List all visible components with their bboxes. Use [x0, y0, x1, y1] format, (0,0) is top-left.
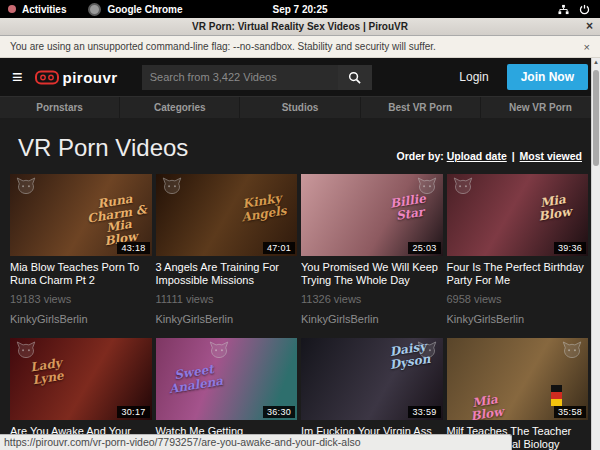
video-card[interactable]: Runa Charm & Mia Blow 43:18 Mia Blow Tea…	[10, 174, 152, 325]
infobar-close-button[interactable]: ×	[584, 41, 590, 53]
nav-item-studios[interactable]: Studios	[239, 97, 359, 118]
studio-watermark-cat-icon	[453, 177, 473, 194]
duration-badge: 33:59	[408, 406, 440, 418]
thumbnail-overlay-text: Mia Blow	[521, 191, 586, 226]
scrollbar-thumb[interactable]	[593, 70, 599, 166]
recording-indicator-icon	[8, 5, 16, 13]
video-studio-link[interactable]: KinkyGirlsBerlin	[156, 313, 298, 325]
duration-badge: 43:18	[117, 242, 149, 254]
thumbnail-overlay-text: Sweet Analena	[162, 361, 227, 396]
search-bar	[142, 65, 372, 90]
order-upload-date-link[interactable]: Upload date	[447, 150, 507, 162]
video-thumbnail[interactable]: Billie Star 25:03	[301, 174, 443, 256]
status-url-bubble: https://pirouvr.com/vr-porn-video/779325…	[0, 434, 512, 450]
video-views: 19183 views	[10, 293, 152, 305]
video-studio-link[interactable]: KinkyGirlsBerlin	[447, 313, 589, 325]
video-title-link[interactable]: Four Is The Perfect Birthday Party For M…	[447, 261, 589, 287]
video-title-link[interactable]: Mia Blow Teaches Porn To Runa Charm Pt 2	[10, 261, 152, 287]
nav-item-categories[interactable]: Categories	[119, 97, 239, 118]
video-thumbnail[interactable]: Lady Lyne 30:17	[10, 338, 152, 420]
search-input[interactable]	[142, 65, 338, 90]
logo-text: pirouvr	[63, 69, 118, 86]
video-title-link[interactable]: 3 Angels Are Training For Impossible Mis…	[156, 261, 298, 287]
duration-badge: 47:01	[263, 242, 295, 254]
active-app-menu[interactable]: Google Chrome	[107, 4, 182, 15]
video-thumbnail[interactable]: Runa Charm & Mia Blow 43:18	[10, 174, 152, 256]
duration-badge: 36:30	[263, 406, 295, 418]
network-icon[interactable]	[558, 4, 569, 15]
activities-button[interactable]: Activities	[22, 4, 66, 15]
video-grid: Runa Charm & Mia Blow 43:18 Mia Blow Tea…	[0, 174, 600, 450]
video-thumbnail[interactable]: Daisy Dyson 33:59	[301, 338, 443, 420]
window-title: VR Porn: Virtual Reality Sex Videos | Pi…	[0, 21, 600, 32]
nav-item-pornstars[interactable]: Pornstars	[0, 97, 119, 118]
chrome-app-icon	[88, 3, 101, 16]
main-nav: Pornstars Categories Studios Best VR Por…	[0, 96, 600, 118]
nav-item-best-vr-porn[interactable]: Best VR Porn	[360, 97, 480, 118]
duration-badge: 39:36	[554, 242, 586, 254]
power-icon[interactable]	[579, 4, 590, 15]
video-card[interactable]: Mia Blow 39:36 Four Is The Perfect Birth…	[447, 174, 589, 325]
duration-badge: 25:03	[408, 242, 440, 254]
video-card[interactable]: Billie Star 25:03 You Promised We Will K…	[301, 174, 443, 325]
video-views: 11326 views	[301, 293, 443, 305]
login-link[interactable]: Login	[459, 70, 488, 84]
video-title-link[interactable]: You Promised We Will Keep Trying The Who…	[301, 261, 443, 287]
thumbnail-overlay-text: Billie Star	[376, 191, 441, 226]
site-header: ≡ pirouvr Login Join Now	[0, 58, 600, 96]
thumbnail-overlay-text: Mia Blow	[453, 390, 518, 420]
studio-watermark-cat-icon	[562, 341, 582, 358]
nav-item-new-vr-porn[interactable]: New VR Porn	[480, 97, 600, 118]
thumbnail-overlay-text: Lady Lyne	[14, 355, 79, 390]
video-views: 6958 views	[447, 293, 589, 305]
vr-goggles-icon	[35, 70, 59, 85]
system-clock[interactable]: Sep 7 20:25	[272, 4, 327, 15]
join-now-button[interactable]: Join Now	[507, 64, 588, 90]
video-card[interactable]: Kinky Angels 47:01 3 Angels Are Training…	[156, 174, 298, 325]
video-thumbnail[interactable]: Sweet Analena 36:30	[156, 338, 298, 420]
duration-badge: 35:58	[554, 406, 586, 418]
page-title: VR Porn Videos	[18, 134, 188, 162]
order-most-viewed-link[interactable]: Most viewed	[520, 150, 582, 162]
search-icon	[348, 71, 361, 84]
menu-icon[interactable]: ≡	[12, 68, 23, 86]
chrome-infobar: You are using an unsupported command-lin…	[0, 36, 600, 58]
video-thumbnail[interactable]: Mia Blow 39:36	[447, 174, 589, 256]
order-separator: |	[512, 150, 515, 162]
site-logo[interactable]: pirouvr	[35, 69, 118, 86]
infobar-message: You are using an unsupported command-lin…	[10, 41, 584, 52]
studio-watermark-cat-icon	[209, 341, 229, 358]
system-top-bar: Activities Google Chrome Sep 7 20:25	[0, 0, 600, 18]
thumbnail-overlay-text: Daisy Dyson	[376, 338, 441, 373]
video-thumbnail[interactable]: Kinky Angels 47:01	[156, 174, 298, 256]
studio-watermark-cat-icon	[162, 177, 182, 194]
studio-watermark-cat-icon	[16, 341, 36, 358]
video-studio-link[interactable]: KinkyGirlsBerlin	[10, 313, 152, 325]
window-titlebar: VR Porn: Virtual Reality Sex Videos | Pi…	[0, 18, 600, 36]
video-views: 11111 views	[156, 293, 298, 305]
screen: Activities Google Chrome Sep 7 20:25 VR …	[0, 0, 600, 450]
window-close-button[interactable]: ×	[586, 19, 593, 33]
scrollbar[interactable]: ▲	[591, 58, 600, 450]
search-button[interactable]	[338, 65, 372, 90]
studio-watermark-cat-icon	[16, 177, 36, 194]
duration-badge: 30:17	[117, 406, 149, 418]
order-by: Order by: Upload date | Most viewed	[396, 150, 582, 162]
video-studio-link[interactable]: KinkyGirlsBerlin	[301, 313, 443, 325]
video-thumbnail[interactable]: Mia Blow 35:58	[447, 338, 589, 420]
thumbnail-overlay-text: Kinky Angels	[230, 191, 295, 226]
heading-row: VR Porn Videos Order by: Upload date | M…	[0, 118, 600, 174]
order-by-label: Order by:	[396, 150, 443, 162]
scrollbar-up-arrow[interactable]: ▲	[592, 59, 600, 65]
